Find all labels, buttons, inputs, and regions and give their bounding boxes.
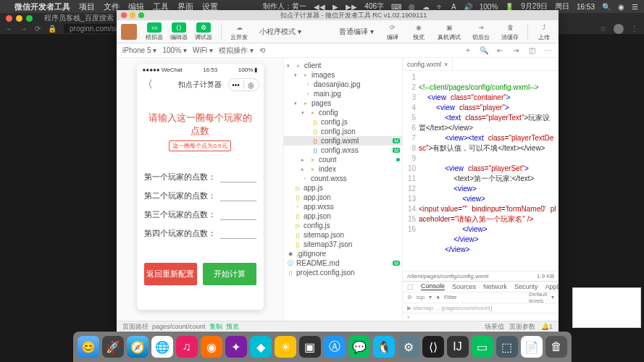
tree-img1[interactable]: ▫daosanjiao.jpg bbox=[284, 80, 402, 89]
dock-appstore[interactable]: Ⓐ bbox=[324, 336, 346, 358]
field-4-input[interactable] bbox=[220, 227, 256, 239]
zoom-select[interactable]: 100% ▾ bbox=[162, 46, 187, 54]
capsule-button[interactable]: •••◎ bbox=[228, 78, 259, 91]
dock-trash[interactable]: 🗑 bbox=[545, 336, 567, 358]
console-tab-sources[interactable]: Sources bbox=[452, 283, 476, 290]
dock-launchpad[interactable]: 🚀 bbox=[102, 336, 124, 358]
compile-mode-dropdown[interactable]: 普通编译 ▾ bbox=[336, 27, 377, 37]
network-select[interactable]: WiFi ▾ bbox=[193, 46, 213, 54]
console-context-select[interactable]: top bbox=[417, 294, 425, 300]
dock-music[interactable]: ♫ bbox=[176, 336, 198, 358]
browser-tab[interactable]: 程序员客栈_百度搜索 bbox=[44, 13, 114, 23]
add-icon[interactable]: + bbox=[463, 46, 473, 56]
tree-appwxss[interactable]: ▫app.wxss bbox=[284, 202, 402, 211]
capsule-menu-icon[interactable]: ••• bbox=[229, 81, 243, 89]
mode-dropdown[interactable]: 小程序模式 ▾ bbox=[256, 27, 304, 37]
debugger-button[interactable]: ⚙调试器 bbox=[192, 22, 215, 41]
tree-sitemap37[interactable]: {}sitemap37.json bbox=[284, 240, 402, 249]
min-dot[interactable] bbox=[16, 15, 22, 22]
dock-settings[interactable]: ⚙ bbox=[398, 336, 419, 358]
compile-button[interactable]: ⟳编译 bbox=[382, 22, 403, 41]
dock-notes[interactable]: 📄 bbox=[521, 336, 543, 358]
siri-icon[interactable]: ◉ bbox=[618, 3, 624, 11]
menubar-app[interactable]: 微信开发者工具 bbox=[14, 1, 70, 12]
indent-right-icon[interactable]: ⇥ bbox=[511, 46, 521, 56]
copy-link[interactable]: 复制 bbox=[209, 323, 222, 330]
upload-button[interactable]: ⤴上传 bbox=[534, 22, 554, 41]
console-tab-security[interactable]: Security bbox=[514, 283, 538, 290]
console-tab-console[interactable]: Console bbox=[421, 282, 445, 290]
profile-icon[interactable] bbox=[614, 24, 624, 34]
reset-button[interactable]: 返回重新配置 bbox=[144, 263, 198, 285]
cloud-dev-button[interactable]: ☁云开发 bbox=[227, 22, 251, 41]
ide-max-dot[interactable] bbox=[138, 12, 144, 18]
media-play-icon[interactable]: ▶ bbox=[333, 3, 338, 11]
minimized-window-thumbnail[interactable] bbox=[572, 287, 641, 328]
dock-finder[interactable]: 😊 bbox=[78, 336, 99, 358]
preview-button[interactable]: ◉预览 bbox=[409, 22, 429, 41]
field-2-input[interactable] bbox=[220, 190, 256, 201]
dock-wechat[interactable]: 💬 bbox=[348, 336, 370, 358]
inspect-icon[interactable]: ⬚ bbox=[407, 283, 414, 290]
notif-icon[interactable]: ☰ bbox=[632, 3, 638, 11]
field-3-input[interactable] bbox=[220, 209, 256, 220]
editor-tab[interactable]: config.wxml× bbox=[403, 58, 453, 70]
nav-fwd-icon[interactable]: → bbox=[20, 25, 28, 33]
nav-reload-icon[interactable]: ⟳ bbox=[35, 25, 41, 33]
remote-debug-button[interactable]: ▣真机调试 bbox=[435, 22, 464, 41]
media-prev-icon[interactable]: ◀◀ bbox=[314, 3, 325, 11]
dock-vscode[interactable]: ⟨⟩ bbox=[422, 336, 444, 358]
tree-appjson[interactable]: {}app.json bbox=[284, 193, 402, 202]
tree-readme[interactable]: ⓘREADME.mdM bbox=[284, 258, 402, 268]
tree-projcfg[interactable]: {}project.config.json bbox=[284, 268, 402, 277]
tree-img2[interactable]: ▫main.jpg bbox=[284, 89, 402, 98]
console-filter-input[interactable] bbox=[444, 294, 520, 300]
input-icon[interactable]: A bbox=[451, 3, 456, 11]
menu-project[interactable]: 项目 bbox=[79, 1, 95, 12]
tree-configjs[interactable]: {}config.js bbox=[284, 117, 402, 127]
user-avatar[interactable] bbox=[121, 24, 137, 40]
dock-app6[interactable]: ◉ bbox=[201, 336, 222, 358]
code-text[interactable]: <!--client/pages/config/config.wxml--> <… bbox=[419, 71, 559, 271]
clear-cache-button[interactable]: 🗑清缓存 bbox=[498, 22, 522, 41]
sim-action-select[interactable]: 模拟操作 ▾ bbox=[219, 46, 254, 56]
dock-qq[interactable]: 🐧 bbox=[373, 336, 395, 358]
console-tab-appdata[interactable]: AppData bbox=[545, 283, 559, 290]
ide-min-dot[interactable] bbox=[130, 12, 135, 18]
close-dot[interactable] bbox=[6, 15, 12, 22]
tree-images[interactable]: ▾▸images bbox=[284, 70, 402, 80]
tree-configjson[interactable]: {}config.json bbox=[284, 127, 402, 136]
search-icon[interactable]: 🔍 bbox=[479, 46, 489, 56]
media-next-icon[interactable]: ▶▶ bbox=[346, 3, 357, 11]
tree-index[interactable]: ▸▸index bbox=[284, 164, 402, 174]
split-icon[interactable]: ◫ bbox=[527, 46, 537, 56]
dock-terminal[interactable]: ▣ bbox=[299, 336, 321, 358]
tree-countwxss[interactable]: ▫count.wxss bbox=[284, 174, 402, 183]
star-icon[interactable]: ☆ bbox=[600, 25, 606, 33]
editor-button[interactable]: ⟨⟩编辑器 bbox=[167, 22, 191, 41]
dock-app8[interactable]: ◆ bbox=[250, 336, 272, 358]
nav-back-icon[interactable]: ← bbox=[6, 25, 13, 33]
spotlight-icon[interactable]: 🔍 bbox=[602, 3, 611, 11]
tree-configjs2[interactable]: jsconfig.js bbox=[284, 221, 402, 230]
tree-configwxml[interactable]: {}config.wxmlM bbox=[284, 136, 402, 146]
capsule-close-icon[interactable]: ◎ bbox=[244, 81, 259, 89]
keyboard-icon[interactable]: ⌨ bbox=[391, 3, 401, 11]
circle-icon[interactable]: ◎ bbox=[409, 3, 415, 11]
tab-close-icon[interactable]: × bbox=[444, 61, 448, 68]
rotate-icon[interactable]: ⟲ bbox=[259, 46, 265, 54]
background-button[interactable]: ⇥切后台 bbox=[469, 22, 493, 41]
console-tab-network[interactable]: Network bbox=[483, 283, 507, 290]
back-icon[interactable]: 〈 bbox=[143, 78, 153, 91]
menu-icon[interactable]: ⋮ bbox=[631, 25, 638, 33]
cloud-icon[interactable]: ☁ bbox=[422, 3, 430, 11]
dock-app7[interactable]: ✦ bbox=[225, 336, 247, 358]
tree-sitemap[interactable]: {}sitemap.json bbox=[284, 230, 402, 240]
dock-safari[interactable]: 🧭 bbox=[127, 336, 149, 358]
dock-app9[interactable]: ☀ bbox=[275, 336, 296, 358]
start-button[interactable]: 开始计算 bbox=[203, 263, 256, 285]
tree-config[interactable]: ▾▸config bbox=[284, 108, 402, 117]
console-levels-select[interactable]: Default levels bbox=[529, 291, 547, 304]
tree-configwxss[interactable]: {}config.wxssM bbox=[284, 146, 402, 155]
more-icon[interactable]: ⋯ bbox=[543, 46, 553, 56]
